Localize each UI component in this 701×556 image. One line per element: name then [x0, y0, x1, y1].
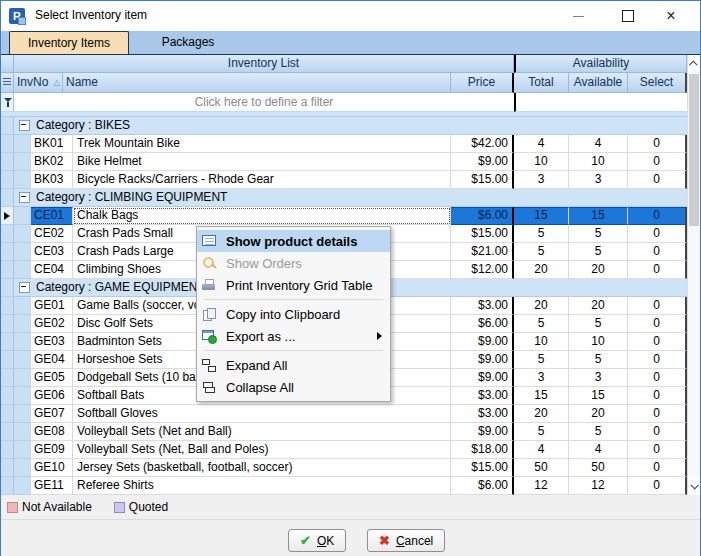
category-cell[interactable]: Category : CLIMBING EQUIPMENT [14, 189, 700, 207]
row-indicator[interactable] [1, 423, 14, 441]
invno-cell[interactable]: BK03 [31, 171, 73, 189]
available-cell[interactable]: 5 [569, 315, 628, 333]
invno-cell[interactable]: GE02 [31, 315, 73, 333]
name-cell[interactable]: Chalk Bags [73, 207, 451, 225]
total-cell[interactable]: 20 [514, 261, 569, 279]
name-cell[interactable]: Jersey Sets (basketball, football, socce… [73, 459, 451, 477]
available-cell[interactable]: 50 [569, 459, 628, 477]
category-row[interactable]: Category : BIKES [1, 117, 700, 135]
invno-cell[interactable]: BK02 [31, 153, 73, 171]
menu-item-collapse-all[interactable]: Collapse All [197, 376, 390, 398]
invno-cell[interactable]: GE04 [31, 351, 73, 369]
select-cell[interactable]: 0 [628, 243, 687, 261]
row-indicator[interactable] [1, 261, 14, 279]
select-cell[interactable]: 0 [628, 351, 687, 369]
filter-prompt[interactable]: Click here to define a filter [14, 93, 514, 112]
price-cell[interactable]: $18.00 [451, 441, 514, 459]
row-indicator[interactable] [1, 171, 14, 189]
price-cell[interactable]: $12.00 [451, 261, 514, 279]
available-cell[interactable]: 10 [569, 153, 628, 171]
name-cell[interactable]: Bike Helmet [73, 153, 451, 171]
invno-cell[interactable]: GE01 [31, 297, 73, 315]
price-cell[interactable]: $6.00 [451, 315, 514, 333]
menu-item-copy-into-clipboard[interactable]: Copy into Clipboard [197, 303, 390, 325]
invno-cell[interactable]: GE03 [31, 333, 73, 351]
total-cell[interactable]: 5 [514, 423, 569, 441]
tab-inventory-items[interactable]: Inventory Items [9, 31, 129, 54]
available-cell[interactable]: 5 [569, 243, 628, 261]
select-cell[interactable]: 0 [628, 207, 687, 225]
row-indicator[interactable] [1, 369, 14, 387]
row-indicator[interactable] [1, 117, 14, 135]
available-cell[interactable]: 3 [569, 369, 628, 387]
available-cell[interactable]: 5 [569, 423, 628, 441]
table-row[interactable]: BK03Bicycle Racks/Carriers - Rhode Gear$… [1, 171, 700, 189]
available-cell[interactable]: 12 [569, 477, 628, 495]
column-header-name[interactable]: Name [63, 73, 451, 93]
row-indicator[interactable] [1, 459, 14, 477]
select-cell[interactable]: 0 [628, 477, 687, 495]
table-row[interactable]: GE09Volleyball Sets (Net, Ball and Poles… [1, 441, 700, 459]
row-indicator[interactable] [1, 333, 14, 351]
invno-cell[interactable]: CE02 [31, 225, 73, 243]
row-indicator[interactable] [1, 279, 14, 297]
total-cell[interactable]: 10 [514, 153, 569, 171]
menu-item-show-product-details[interactable]: Show product details [197, 230, 390, 252]
row-indicator[interactable] [1, 243, 14, 261]
total-cell[interactable]: 4 [514, 441, 569, 459]
select-cell[interactable]: 0 [628, 135, 687, 153]
row-indicator[interactable] [1, 387, 14, 405]
category-row[interactable]: Category : CLIMBING EQUIPMENT [1, 189, 700, 207]
collapse-box-icon[interactable] [19, 282, 30, 293]
total-cell[interactable]: 5 [514, 315, 569, 333]
row-indicator[interactable] [1, 153, 14, 171]
available-cell[interactable]: 20 [569, 297, 628, 315]
total-cell[interactable]: 15 [514, 207, 569, 225]
select-cell[interactable]: 0 [628, 459, 687, 477]
row-indicator[interactable] [1, 297, 14, 315]
select-cell[interactable]: 0 [628, 387, 687, 405]
total-cell[interactable]: 5 [514, 351, 569, 369]
price-cell[interactable]: $6.00 [451, 477, 514, 495]
total-cell[interactable]: 12 [514, 477, 569, 495]
price-cell[interactable]: $3.00 [451, 387, 514, 405]
available-cell[interactable]: 10 [569, 333, 628, 351]
invno-cell[interactable]: GE11 [31, 477, 73, 495]
menu-item-print-inventory-grid-table[interactable]: Print Inventory Grid Table [197, 274, 390, 296]
select-cell[interactable]: 0 [628, 315, 687, 333]
row-indicator[interactable] [1, 405, 14, 423]
available-cell[interactable]: 20 [569, 261, 628, 279]
available-cell[interactable]: 5 [569, 225, 628, 243]
total-cell[interactable]: 20 [514, 405, 569, 423]
select-cell[interactable]: 0 [628, 369, 687, 387]
invno-cell[interactable]: GE05 [31, 369, 73, 387]
total-cell[interactable]: 20 [514, 297, 569, 315]
column-header-price[interactable]: Price [451, 73, 514, 93]
row-indicator[interactable] [1, 477, 14, 495]
total-cell[interactable]: 5 [514, 243, 569, 261]
invno-cell[interactable]: CE04 [31, 261, 73, 279]
invno-cell[interactable]: BK01 [31, 135, 73, 153]
maximize-button[interactable] [608, 1, 648, 31]
invno-cell[interactable]: GE07 [31, 405, 73, 423]
close-button[interactable]: × [651, 1, 691, 31]
invno-cell[interactable]: GE08 [31, 423, 73, 441]
row-indicator[interactable] [1, 441, 14, 459]
scrollbar-thumb[interactable] [689, 74, 699, 226]
row-indicator[interactable] [1, 135, 14, 153]
total-cell[interactable]: 5 [514, 225, 569, 243]
price-cell[interactable]: $9.00 [451, 351, 514, 369]
invno-cell[interactable]: GE06 [31, 387, 73, 405]
available-cell[interactable]: 4 [569, 135, 628, 153]
available-cell[interactable]: 4 [569, 441, 628, 459]
table-row[interactable]: GE07Softball Gloves$3.0020200 [1, 405, 700, 423]
price-cell[interactable]: $42.00 [451, 135, 514, 153]
name-cell[interactable]: Softball Gloves [73, 405, 451, 423]
name-cell[interactable]: Referee Shirts [73, 477, 451, 495]
ok-button[interactable]: ✔ OK [288, 529, 346, 552]
select-cell[interactable]: 0 [628, 405, 687, 423]
row-indicator[interactable] [1, 351, 14, 369]
select-cell[interactable]: 0 [628, 261, 687, 279]
name-cell[interactable]: Bicycle Racks/Carriers - Rhode Gear [73, 171, 451, 189]
invno-cell[interactable]: GE09 [31, 441, 73, 459]
